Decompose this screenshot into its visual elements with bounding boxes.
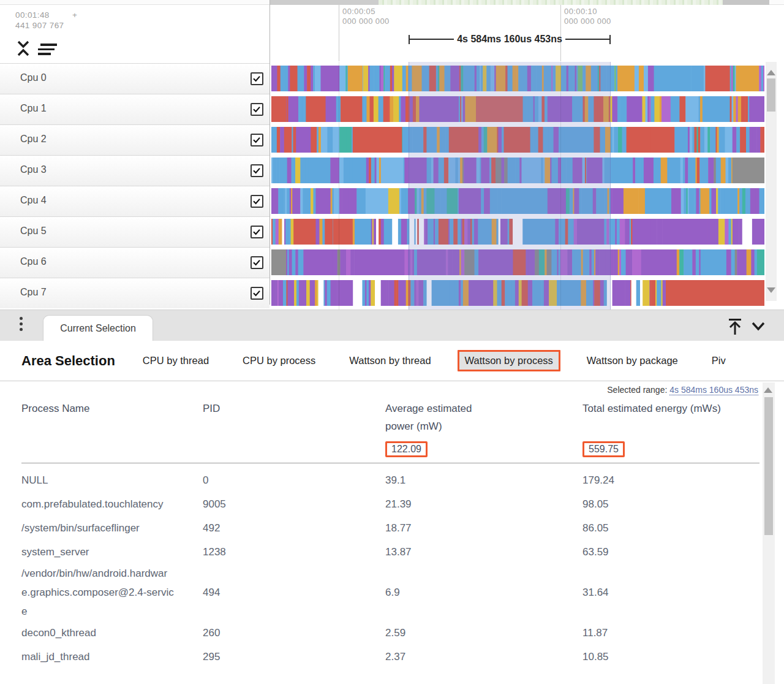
track-row: Cpu 4 <box>0 186 784 216</box>
ruler-gridline <box>339 5 339 61</box>
tab-cpu-by-process[interactable]: CPU by process <box>243 355 315 367</box>
cell-process-name: NULL <box>21 471 176 490</box>
track-checkbox[interactable] <box>251 195 263 208</box>
minimap-segment <box>379 0 723 5</box>
scroll-up-arrow[interactable] <box>767 70 775 75</box>
tick-time: 00:00:05 <box>342 7 390 17</box>
track-checkbox[interactable] <box>251 226 263 238</box>
track-row: Cpu 0 <box>0 63 784 94</box>
track-checkbox[interactable] <box>251 134 263 146</box>
ruler-tick-label: 00:00:05000 000 000 <box>342 7 390 26</box>
table-row[interactable]: mali_jd_thread2952.3710.85 <box>21 645 760 669</box>
track-checkbox[interactable] <box>251 256 263 269</box>
minimap-segment <box>723 0 769 5</box>
cell-avg-power: 2.59 <box>385 623 582 642</box>
tracks-area: Cpu 0Cpu 1Cpu 2Cpu 3Cpu 4Cpu 5Cpu 6Cpu 7 <box>0 62 784 310</box>
cell-process-name: /vendor/bin/hw/android.hardware.graphics… <box>21 564 176 621</box>
minimap-segment <box>270 0 379 5</box>
cpu-sched-track[interactable] <box>271 219 764 245</box>
tab-piv[interactable]: Piv <box>712 355 726 367</box>
table-row[interactable]: NULL039.1179.24 <box>21 468 760 492</box>
selection-duration-label: 4s 584ms 160us 453ns <box>454 34 565 45</box>
track-label-pane[interactable]: Cpu 5 <box>0 216 270 247</box>
cpu-sched-track[interactable] <box>271 249 764 275</box>
cpu-sched-track[interactable] <box>271 66 764 91</box>
track-label-pane[interactable]: Cpu 2 <box>0 124 270 155</box>
track-label: Cpu 4 <box>20 195 47 206</box>
tracks-scrollbar[interactable] <box>766 62 777 301</box>
cpu-sched-track[interactable] <box>271 280 764 306</box>
cell-pid: 9005 <box>203 495 385 514</box>
track-checkbox[interactable] <box>251 287 263 300</box>
track-label: Cpu 3 <box>20 164 47 175</box>
track-checkbox[interactable] <box>251 72 263 85</box>
track-row: Cpu 1 <box>0 94 784 124</box>
wattson-by-process-table: Process Name PID Average estimated power… <box>21 400 760 669</box>
scroll-up-arrow[interactable] <box>764 387 772 393</box>
selected-range: Selected range: 4s 584ms 160us 453ns <box>607 385 758 395</box>
col-header-avg-power[interactable]: Average estimated power (mW) <box>385 400 502 435</box>
tab-wattson-by-process[interactable]: Wattson by process <box>458 350 560 371</box>
cell-avg-power: 13.87 <box>385 542 582 561</box>
track-label: Cpu 5 <box>20 226 47 237</box>
track-label-pane[interactable]: Cpu 4 <box>0 186 270 216</box>
cpu-sched-track[interactable] <box>271 96 764 122</box>
section-title: Area Selection <box>21 353 115 369</box>
ruler-gridline <box>560 5 561 61</box>
panel-drag-handle-icon[interactable] <box>18 317 23 335</box>
scroll-down-arrow[interactable] <box>767 287 775 293</box>
col-header-total-energy[interactable]: Total estimated energy (mWs) <box>582 400 760 435</box>
collapse-panel-chevron-icon[interactable] <box>750 321 767 333</box>
tab-wattson-by-package[interactable]: Wattson by package <box>587 355 678 367</box>
cpu-sched-track[interactable] <box>271 158 764 183</box>
cell-avg-power: 2.37 <box>385 647 582 666</box>
track-label-pane[interactable]: Cpu 7 <box>0 278 270 308</box>
cell-pid: 494 <box>203 583 385 602</box>
track-label-pane[interactable]: Cpu 0 <box>0 63 270 94</box>
cell-process-name: mali_jd_thread <box>21 647 176 666</box>
track-row: Cpu 6 <box>0 247 784 278</box>
col-header-process-name[interactable]: Process Name <box>21 400 203 435</box>
track-gridline <box>560 62 561 310</box>
table-row[interactable]: /system/bin/surfaceflinger49218.7786.05 <box>21 516 760 540</box>
cpu-sched-track[interactable] <box>271 188 764 214</box>
table-row[interactable]: system_server123813.8763.59 <box>21 540 760 564</box>
table-row[interactable]: /vendor/bin/hw/android.hardware.graphics… <box>21 564 760 621</box>
tab-cpu-by-thread[interactable]: CPU by thread <box>143 355 209 367</box>
tab-wattson-by-thread[interactable]: Wattson by thread <box>349 355 431 367</box>
expand-panel-icon[interactable] <box>726 317 744 336</box>
table-row[interactable]: decon0_kthread2602.5911.87 <box>21 621 760 645</box>
track-label-pane[interactable]: Cpu 1 <box>0 94 270 124</box>
unfold-less-icon[interactable] <box>16 39 31 58</box>
cell-pid: 492 <box>203 519 385 538</box>
details-scrollbar[interactable] <box>763 382 775 684</box>
cell-total-energy: 10.85 <box>582 647 760 666</box>
track-label: Cpu 2 <box>20 134 47 145</box>
table-row[interactable]: com.prefabulated.touchlatency900521.3998… <box>21 492 760 516</box>
cell-avg-power: 6.9 <box>385 583 582 602</box>
cell-total-energy: 63.59 <box>582 542 760 561</box>
timeline-minimap[interactable] <box>0 0 784 5</box>
col-header-pid[interactable]: PID <box>203 400 385 435</box>
tab-current-selection[interactable]: Current Selection <box>43 315 153 342</box>
cell-total-energy: 98.05 <box>582 495 760 514</box>
cell-avg-power: 39.1 <box>385 471 582 490</box>
selected-range-link[interactable]: 4s 584ms 160us 453ns <box>669 385 758 395</box>
details-panel-content: Selected range: 4s 584ms 160us 453ns Pro… <box>0 381 784 684</box>
tracks-scroll-thumb[interactable] <box>767 78 775 112</box>
viewport-time-hms: 00:01:48 <box>15 10 50 20</box>
cell-process-name: decon0_kthread <box>21 623 176 642</box>
details-scroll-thumb[interactable] <box>764 397 773 535</box>
cell-avg-power: 21.39 <box>385 495 582 514</box>
table-separator <box>21 463 760 463</box>
track-row: Cpu 2 <box>0 124 784 155</box>
track-checkbox[interactable] <box>251 164 263 177</box>
cpu-sched-track[interactable] <box>271 127 764 153</box>
total-avg-power-badge: 122.09 <box>385 441 428 457</box>
track-label-pane[interactable]: Cpu 6 <box>0 247 270 278</box>
track-label-pane[interactable]: Cpu 3 <box>0 155 270 186</box>
track-checkbox[interactable] <box>251 103 263 116</box>
track-label: Cpu 7 <box>20 287 47 298</box>
clear-all-icon[interactable] <box>38 44 56 56</box>
ruler-tick-label: 00:00:10000 000 000 <box>564 7 611 26</box>
